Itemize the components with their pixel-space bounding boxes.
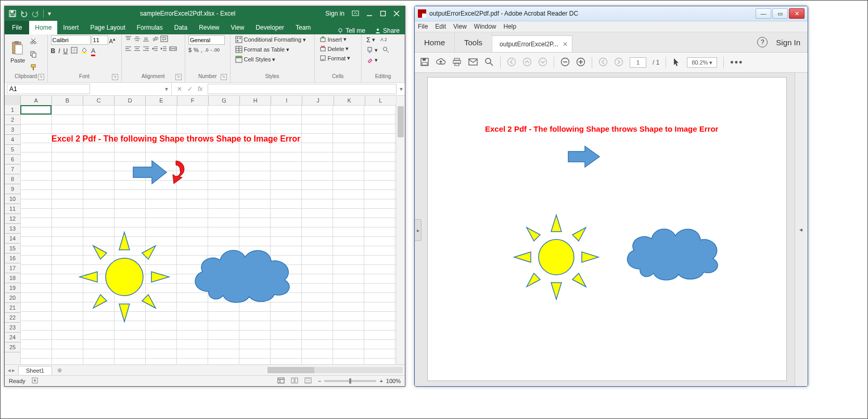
grow-font-icon[interactable]: A▴ [109,36,116,44]
column-headers[interactable]: ABCDEFGHIJKL [5,96,397,106]
clear-button[interactable]: ▾ [365,56,401,64]
column-header[interactable]: G [209,96,240,105]
ribbon-display-options-icon[interactable] [352,10,359,17]
minimize-button[interactable]: — [756,8,771,19]
comma-format-icon[interactable]: , [201,47,202,53]
menu-help[interactable]: Help [504,23,517,30]
dialog-launcher-icon[interactable]: ↘ [221,74,227,80]
row-header[interactable]: 15 [5,244,20,253]
row-header[interactable]: 24 [5,333,20,342]
tab-team[interactable]: Team [290,21,316,34]
autosum-button[interactable]: Σ▾A Z [365,35,401,44]
tab-page-layout[interactable]: Page Layout [84,21,131,34]
column-header[interactable]: A [21,96,52,105]
cell-styles-button[interactable]: Cell Styles▾ [234,55,311,64]
row-header[interactable]: 10 [5,194,20,204]
select-tool-icon[interactable] [672,57,681,68]
align-middle-icon[interactable] [134,35,141,43]
row-header[interactable]: 23 [5,323,20,333]
tab-insert[interactable]: Insert [57,21,84,34]
fill-button[interactable]: ▾ [365,46,401,55]
find-select-icon[interactable] [382,46,389,54]
row-header[interactable]: 5 [5,145,20,155]
qat-save-icon[interactable] [9,10,16,17]
help-icon[interactable]: ? [757,37,768,47]
bold-button[interactable]: B [51,47,56,55]
format-as-table-button[interactable]: Format as Table▾ [234,45,311,54]
arrow-shape[interactable] [132,160,169,185]
column-header[interactable]: D [114,96,146,105]
cut-icon[interactable] [30,37,37,46]
font-name-combo[interactable] [51,35,91,45]
dialog-launcher-icon[interactable]: ↘ [175,74,182,80]
fill-color-icon[interactable] [81,47,88,55]
mail-icon[interactable] [468,58,478,68]
view-page-layout-icon[interactable] [291,377,298,385]
column-header[interactable]: F [177,96,209,105]
page-down-icon[interactable] [538,57,547,68]
tab-home[interactable]: Home [29,21,57,34]
orientation-icon[interactable]: ab [151,35,158,43]
column-header[interactable]: I [271,96,302,105]
minimize-button[interactable] [366,10,373,17]
align-center-icon[interactable] [134,45,141,53]
page-up-icon[interactable] [522,57,532,68]
tab-review[interactable]: Review [193,21,225,34]
row-header[interactable]: 1 [5,105,20,115]
fx-icon[interactable]: fx [198,85,202,93]
row-header[interactable]: 14 [5,234,20,244]
page-prev-icon[interactable] [598,57,608,68]
wrap-text-icon[interactable] [160,35,168,43]
menu-edit[interactable]: Edit [435,23,446,30]
tab-formulas[interactable]: Formulas [131,21,169,34]
row-header[interactable]: 13 [5,224,20,234]
menu-window[interactable]: Window [474,23,496,30]
qat-redo-icon[interactable] [32,10,39,17]
dialog-launcher-icon[interactable]: ↘ [112,74,118,80]
select-all-corner[interactable] [5,96,21,105]
enter-formula-icon[interactable]: ✓ [187,85,193,93]
tab-file[interactable]: File [5,21,29,34]
column-header[interactable]: L [365,96,397,105]
tab-developer[interactable]: Developer [250,21,290,34]
tab-tools[interactable]: Tools [455,32,492,52]
row-header[interactable]: 21 [5,303,20,313]
zoom-slider[interactable] [324,380,376,382]
column-header[interactable]: K [334,96,365,105]
menu-view[interactable]: View [453,23,467,30]
row-header[interactable]: 7 [5,164,20,174]
zoom-out-icon[interactable] [560,57,570,68]
signin-link[interactable]: Sign in [325,10,344,17]
cloud-icon[interactable] [436,57,446,68]
tell-me-search[interactable]: Tell me [333,27,369,34]
column-header[interactable]: J [302,96,334,105]
excel-grid[interactable]: ABCDEFGHIJKL 123456789101112131415161718… [5,96,405,364]
acrobat-page-area[interactable]: ▸ Excel 2 Pdf - The following Shape thro… [415,73,808,386]
zoom-level[interactable]: 100% [386,378,401,384]
row-header[interactable]: 22 [5,313,20,323]
sun-shape[interactable] [78,230,171,324]
tab-data[interactable]: Data [169,21,193,34]
formula-input[interactable] [208,84,397,94]
row-header[interactable]: 6 [5,155,20,164]
zoom-out-button[interactable]: − [318,378,321,384]
decrease-indent-icon[interactable] [151,45,158,53]
font-color-icon[interactable]: A [91,47,95,55]
italic-button[interactable]: I [58,47,60,55]
row-header[interactable]: 16 [5,253,20,263]
row-header[interactable]: 18 [5,273,20,283]
cells-area[interactable]: Excel 2 Pdf - The following Shape throws… [20,105,397,364]
sheet-tab-sheet1[interactable]: Sheet1 [18,366,52,375]
format-painter-icon[interactable] [30,64,37,72]
new-sheet-button[interactable]: ⊕ [52,367,67,374]
expand-formula-bar-icon[interactable]: ▾ [398,85,405,93]
row-header[interactable]: 17 [5,263,20,273]
row-header[interactable]: 9 [5,184,20,194]
row-header[interactable]: 25 [5,342,20,352]
page-next-icon[interactable] [614,57,623,68]
row-headers[interactable]: 1234567891011121314151617181920212223242… [5,105,21,364]
page-number-input[interactable]: 1 [630,57,646,68]
maximize-button[interactable] [380,10,386,17]
qat-customize-icon[interactable]: ▾ [48,10,51,17]
zoom-in-icon[interactable] [576,57,585,68]
